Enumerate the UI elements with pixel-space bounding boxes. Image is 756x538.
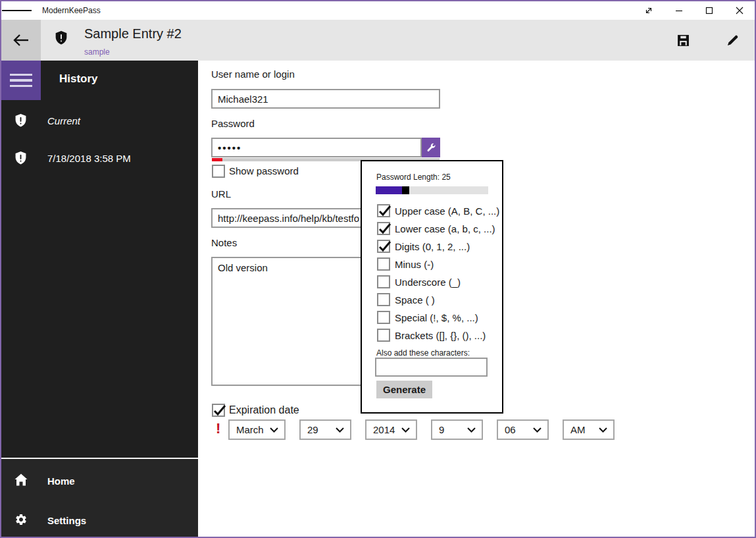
history-item-current[interactable]: Current bbox=[1, 112, 198, 144]
shield-icon bbox=[14, 113, 27, 130]
history-item-label: 7/18/2018 3:58 PM bbox=[47, 153, 131, 164]
expired-warning-icon: ! bbox=[216, 421, 220, 436]
underscore-checkbox[interactable] bbox=[377, 275, 390, 288]
username-input[interactable] bbox=[211, 89, 440, 109]
day-dropdown[interactable]: 29 bbox=[299, 419, 351, 440]
minute-dropdown[interactable]: 06 bbox=[497, 419, 549, 440]
upper-case-checkbox[interactable] bbox=[377, 204, 390, 217]
password-generator-button[interactable] bbox=[422, 138, 440, 157]
sidebar-item-label: Settings bbox=[47, 515, 86, 526]
checkmark-icon bbox=[377, 239, 393, 255]
edit-button[interactable] bbox=[719, 29, 745, 51]
entry-form: User name or login Password Show passwor… bbox=[198, 61, 756, 537]
title-bar: ModernKeePass bbox=[1, 1, 755, 20]
entry-header: Sample Entry #2 sample bbox=[1, 20, 755, 61]
sidebar-bottom-section: Home Settings bbox=[1, 458, 198, 537]
shield-icon bbox=[14, 151, 27, 167]
chevron-down-icon bbox=[599, 427, 607, 433]
history-heading: History bbox=[59, 72, 98, 86]
gen-option-brackets[interactable]: Brackets ([], {}, (), ...) bbox=[377, 329, 486, 342]
save-button[interactable] bbox=[670, 29, 696, 51]
titlebar-hamburger-icon[interactable] bbox=[1, 1, 32, 20]
close-button[interactable] bbox=[724, 1, 755, 20]
checkmark-icon bbox=[212, 403, 228, 419]
username-label: User name or login bbox=[211, 68, 295, 80]
password-length-slider[interactable] bbox=[376, 186, 488, 194]
show-password-toggle[interactable]: Show password bbox=[212, 165, 299, 178]
expiration-checkbox[interactable] bbox=[212, 404, 225, 417]
gen-option-minus[interactable]: Minus (-) bbox=[377, 257, 434, 271]
space-checkbox[interactable] bbox=[377, 293, 390, 306]
expiration-toggle[interactable]: Expiration date bbox=[212, 404, 299, 417]
minimize-button[interactable] bbox=[664, 1, 694, 20]
url-label: URL bbox=[211, 188, 231, 200]
wrench-icon bbox=[426, 142, 436, 153]
sidebar-item-home[interactable]: Home bbox=[1, 472, 198, 504]
chevron-down-icon bbox=[533, 427, 542, 433]
chevron-down-icon bbox=[467, 427, 476, 433]
gen-option-upper-case[interactable]: Upper case (A, B, C, ...) bbox=[377, 204, 499, 218]
app-title: ModernKeePass bbox=[42, 6, 634, 15]
close-icon bbox=[736, 7, 743, 14]
gen-option-digits[interactable]: Digits (0, 1, 2, ...) bbox=[377, 240, 470, 254]
digits-checkbox[interactable] bbox=[377, 240, 390, 253]
gen-option-space[interactable]: Space ( ) bbox=[377, 293, 435, 307]
navigation-sidebar: History Current 7/18/2018 3:58 PM Home bbox=[1, 61, 198, 537]
hour-dropdown[interactable]: 9 bbox=[431, 419, 483, 440]
sidebar-item-settings[interactable]: Settings bbox=[1, 512, 198, 538]
home-icon bbox=[14, 473, 28, 489]
window-controls bbox=[634, 1, 755, 20]
gen-option-underscore[interactable]: Underscore (_) bbox=[377, 275, 461, 289]
maximize-button[interactable] bbox=[694, 1, 724, 20]
app-window: ModernKeePass Sample Entry #2 sample bbox=[0, 0, 756, 538]
password-generator-popup: Password Length: 25 Upper case (A, B, C,… bbox=[361, 160, 503, 414]
maximize-icon bbox=[705, 7, 713, 14]
special-checkbox[interactable] bbox=[377, 311, 390, 324]
pencil-icon bbox=[726, 34, 739, 47]
entry-title: Sample Entry #2 bbox=[84, 26, 182, 41]
password-input[interactable] bbox=[211, 138, 422, 157]
fullscreen-button[interactable] bbox=[634, 1, 664, 20]
lower-case-checkbox[interactable] bbox=[377, 222, 390, 235]
chevron-down-icon bbox=[401, 427, 410, 433]
back-arrow-icon bbox=[13, 32, 30, 48]
history-item-label: Current bbox=[47, 115, 80, 126]
month-dropdown[interactable]: March bbox=[228, 419, 286, 440]
history-item-dated[interactable]: 7/18/2018 3:58 PM bbox=[1, 149, 198, 181]
slider-thumb[interactable] bbox=[402, 186, 409, 194]
chevron-down-icon bbox=[336, 427, 344, 433]
sidebar-hamburger-button[interactable] bbox=[1, 61, 41, 100]
entry-group-breadcrumb: sample bbox=[84, 47, 110, 57]
also-add-input[interactable] bbox=[375, 358, 488, 377]
show-password-label: Show password bbox=[229, 165, 299, 178]
ampm-dropdown[interactable]: AM bbox=[563, 419, 615, 440]
show-password-checkbox[interactable] bbox=[212, 165, 225, 178]
gear-icon bbox=[14, 513, 28, 529]
also-add-label: Also add these characters: bbox=[376, 348, 470, 358]
password-label: Password bbox=[211, 118, 255, 129]
generate-button[interactable]: Generate bbox=[376, 381, 432, 398]
gen-option-lower-case[interactable]: Lower case (a, b, c, ...) bbox=[377, 222, 495, 236]
notes-label: Notes bbox=[211, 237, 237, 248]
chevron-down-icon bbox=[270, 427, 278, 433]
checkmark-icon bbox=[377, 221, 393, 237]
minimize-icon bbox=[675, 7, 683, 14]
sidebar-item-label: Home bbox=[47, 475, 75, 487]
checkmark-icon bbox=[377, 203, 393, 219]
minus-checkbox[interactable] bbox=[377, 257, 390, 271]
entry-shield-icon bbox=[55, 30, 68, 47]
brackets-checkbox[interactable] bbox=[377, 329, 390, 342]
back-button[interactable] bbox=[1, 20, 41, 61]
save-icon bbox=[677, 34, 690, 47]
password-length-label: Password Length: 25 bbox=[376, 173, 451, 182]
expiration-label: Expiration date bbox=[229, 404, 299, 417]
year-dropdown[interactable]: 2014 bbox=[365, 419, 417, 440]
fullscreen-icon bbox=[644, 6, 653, 15]
gen-option-special[interactable]: Special (!, $, %, ...) bbox=[377, 311, 478, 325]
